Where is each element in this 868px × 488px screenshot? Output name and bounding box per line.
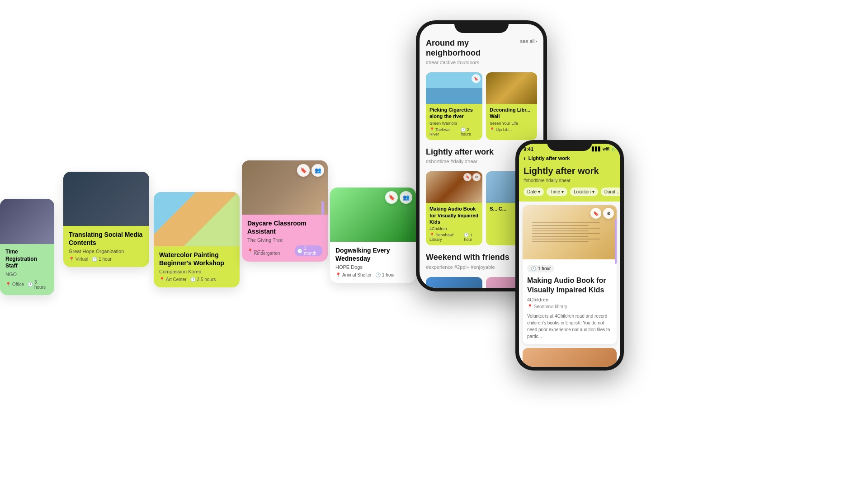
- detail-header: ‹ Lightly after work Lightly after work …: [519, 152, 620, 202]
- card-org: Compassion Korea: [159, 269, 234, 274]
- section-neighborhood-header: Around my neighborhood #near #active #ou…: [426, 38, 537, 70]
- clock-icon: 🕐: [531, 266, 536, 271]
- card-title: Time Registration Staff: [5, 249, 49, 270]
- card-location: 📍Animal Shelter: [335, 272, 372, 277]
- neighborhood-card-2: Decorating Libr... Wall Green Your Life …: [486, 72, 537, 140]
- card-image: [63, 172, 149, 226]
- afterwork-card-1: 🔖 ⚙ Making Audio Book for Visually Impai…: [426, 171, 482, 245]
- section-neighborhood-title: Around my neighborhood: [426, 38, 520, 58]
- share-button[interactable]: 👥: [311, 164, 324, 177]
- card-location: 📍 Seonbawl library: [527, 304, 612, 309]
- signal-icon: ▋▋▋: [592, 147, 601, 151]
- card-org: 4Children: [527, 297, 612, 302]
- card-description: Volunteers at 4Children read and record …: [527, 313, 612, 340]
- section-afterwork-tags: #shorttime #daily #near: [426, 159, 494, 164]
- card-image: 🔖 ⚙: [426, 171, 482, 203]
- card-location: 📍 Uju Lib...: [490, 127, 512, 132]
- bottom-preview-card: [523, 348, 617, 367]
- share-button[interactable]: 👥: [400, 191, 412, 204]
- card-title: Picking Cigarettes along the river: [429, 107, 479, 120]
- scroll-indicator: [615, 219, 617, 264]
- card-image: [0, 199, 54, 244]
- card-title: Daycare Classroom Assistant: [247, 219, 322, 235]
- book-line: [532, 225, 589, 226]
- date-filter[interactable]: Date▾: [524, 188, 544, 196]
- bookmark-button[interactable]: 🔖: [297, 164, 310, 177]
- location-icon: 📍: [527, 304, 533, 309]
- book-decoration: [532, 213, 607, 251]
- filter-pills: Date▾ Time▾ Location▾ Durat...: [524, 188, 616, 196]
- card-title: Making Audio Book for Visually Impaired …: [527, 276, 612, 295]
- neighborhood-cards: 🔖 Picking Cigarettes along the river Gre…: [426, 72, 537, 140]
- book-line: [532, 233, 600, 234]
- book-line: [532, 239, 600, 239]
- back-navigation[interactable]: ‹ Lightly after work: [524, 155, 616, 162]
- bookmark-button[interactable]: 🔖: [385, 191, 398, 204]
- card-body: 🕐 1 hour Making Audio Book for Visually …: [523, 259, 617, 344]
- card-daycare: 🔖 👥 Daycare Classroom Assistant The Givi…: [242, 160, 328, 262]
- neighborhood-card-1: 🔖 Picking Cigarettes along the river Gre…: [426, 72, 482, 140]
- card-location: 📍Art Center: [159, 277, 187, 282]
- book-line: [532, 222, 600, 223]
- battery-icon: 🔋: [611, 147, 616, 151]
- book-line: [532, 228, 600, 229]
- card-duration: 🕐1 hour: [92, 257, 111, 262]
- section-afterwork-title: Lightly after work: [426, 147, 494, 157]
- card-location: 📍Virtual: [69, 257, 88, 262]
- card-org: HOPE Dogs: [335, 264, 410, 270]
- book-line: [532, 236, 589, 237]
- back-icon: ‹: [524, 155, 526, 162]
- card-title: Dogwalking Every Wednesday: [335, 246, 410, 263]
- detail-activity-card: 🔖 ⚙ 🕐 1 hour Making Audio Book for Visua…: [523, 205, 617, 344]
- card-image: [426, 277, 482, 288]
- card-watercolor: Watercolor Painting Beginner's Workshop …: [154, 192, 240, 287]
- card-time-registration: Time Registration Staff NGO 📍Office 🕐3 h…: [0, 199, 54, 295]
- section-weekend-tags: #experience #2ppl+ #enjoyable: [426, 264, 509, 270]
- card-title: Making Audio Book for Visually Impaired …: [429, 206, 479, 225]
- see-all-link[interactable]: see all ›: [520, 38, 537, 44]
- book-line: [532, 241, 589, 242]
- card-location: 📍Office: [5, 280, 24, 290]
- time-filter[interactable]: Time▾: [547, 188, 567, 196]
- card-location: 📍 Taehwa River: [429, 127, 458, 136]
- card-org: The Giving Tree: [247, 237, 322, 243]
- card-translating: Translating Social Media Contents Great …: [63, 172, 149, 267]
- card-bookmark-button[interactable]: 🔖: [590, 208, 601, 219]
- card-title: Translating Social Media Contents: [69, 230, 144, 247]
- card-image: 🔖: [426, 72, 482, 104]
- back-label: Lightly after work: [528, 155, 570, 161]
- phone-notch: [454, 20, 509, 33]
- card-location: 📍_ _ _ Kindergarten: [247, 245, 291, 256]
- weekend-card-1: Entrepreneurship Online Workshop: [426, 277, 482, 288]
- section-neighborhood-tags: #near #active #outdoors: [426, 60, 520, 65]
- card-org: Green Warriors: [429, 121, 479, 126]
- card-title: Decorating Libr... Wall: [490, 107, 533, 120]
- detail-section-tags: #shorttime #daily #near: [524, 178, 616, 183]
- card-location: 📍 Seonbawl Library: [429, 233, 461, 242]
- card-duration: 🕐3 hours: [28, 280, 49, 290]
- phone-detail-screen: 9:41 ▋▋▋ wifi 🔋 ‹ Lightly after work Lig…: [519, 144, 620, 367]
- phone-notch: [547, 140, 592, 151]
- card-dogwalking: 🔖 👥 Dogwalking Every Wednesday HOPE Dogs…: [330, 188, 416, 283]
- phone-detail: 9:41 ▋▋▋ wifi 🔋 ‹ Lightly after work Lig…: [515, 140, 624, 371]
- card-image: [486, 72, 537, 104]
- location-filter[interactable]: Location▾: [570, 188, 598, 196]
- card-image: [154, 192, 240, 246]
- card-duration: 🕐 2 hours: [461, 127, 479, 136]
- card-share-button[interactable]: ⚙: [603, 208, 614, 219]
- time-display: 9:41: [524, 146, 533, 152]
- card-duration: 🕐1 hour: [375, 272, 395, 277]
- card-org: Great Hope Organization: [69, 249, 144, 254]
- card-org: NGO: [5, 272, 49, 277]
- card-duration: 🕐1 month: [295, 245, 322, 256]
- card-org: Green Your Life: [490, 121, 533, 126]
- detail-section-title: Lightly after work: [524, 165, 616, 176]
- card-org: 4Children: [429, 226, 479, 231]
- duration-filter[interactable]: Durat...: [601, 188, 620, 196]
- section-weekend-title: Weekend with friends: [426, 253, 509, 263]
- book-line: [532, 230, 589, 231]
- card-image: 🔖 ⚙: [523, 205, 617, 259]
- card-duration: 🕐2.5 hours: [190, 277, 216, 282]
- card-title: Watercolor Painting Beginner's Workshop: [159, 251, 234, 267]
- card-duration: 🕐 1 hour: [464, 233, 479, 242]
